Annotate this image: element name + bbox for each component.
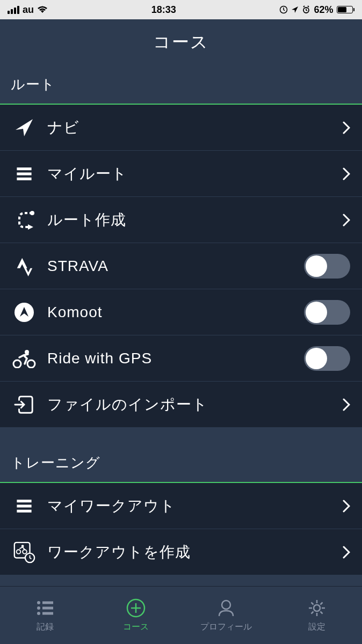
chevron-right-icon	[343, 121, 350, 134]
tab-label: 記録	[37, 621, 54, 633]
page-header: コース	[0, 19, 362, 65]
battery-icon	[337, 6, 355, 13]
navigation-icon	[12, 115, 37, 140]
list-icon	[12, 494, 37, 518]
svg-point-15	[23, 550, 27, 554]
row-label: Komoot	[47, 304, 304, 321]
svg-point-7	[13, 360, 21, 368]
svg-rect-10	[17, 500, 31, 502]
status-bar: au 18:33 62%	[0, 0, 362, 19]
record-icon	[35, 598, 55, 618]
row-label: ワークアウトを作成	[47, 542, 343, 562]
svg-rect-19	[42, 602, 53, 604]
row-label: マイルート	[47, 164, 343, 184]
row-myroute[interactable]: マイルート	[0, 151, 362, 197]
svg-point-20	[37, 606, 40, 610]
svg-point-26	[314, 605, 320, 611]
row-label: STRAVA	[47, 258, 304, 275]
alarm-icon	[302, 5, 310, 14]
wifi-icon	[37, 6, 48, 13]
tab-settings[interactable]: 設定	[272, 587, 363, 644]
status-time: 18:33	[151, 4, 176, 16]
gear-icon	[307, 598, 327, 618]
carrier-label: au	[23, 4, 34, 16]
status-left: au	[8, 4, 48, 16]
workout-create-icon	[12, 540, 37, 565]
tab-course[interactable]: コース	[91, 587, 182, 644]
svg-rect-23	[42, 612, 53, 615]
strava-icon	[12, 254, 37, 279]
komoot-toggle[interactable]	[304, 300, 350, 325]
tab-label: コース	[123, 621, 149, 633]
row-label: マイワークアウト	[47, 496, 343, 516]
svg-rect-21	[42, 607, 53, 610]
route-create-icon	[12, 208, 37, 232]
section-gap	[0, 575, 362, 586]
tab-profile[interactable]: プロフィール	[181, 587, 272, 644]
svg-rect-11	[17, 504, 31, 507]
row-route-create[interactable]: ルート作成	[0, 197, 362, 243]
row-file-import[interactable]: ファイルのインポート	[0, 382, 362, 428]
row-komoot[interactable]: Komoot	[0, 289, 362, 335]
section-header-route: ルート	[0, 65, 362, 105]
battery-percent: 62%	[314, 4, 333, 16]
row-label: ナビ	[47, 118, 343, 138]
svg-point-22	[37, 612, 40, 615]
svg-rect-12	[17, 509, 31, 512]
svg-point-14	[17, 550, 21, 554]
svg-point-8	[27, 360, 35, 368]
svg-rect-2	[17, 167, 31, 170]
row-ridewithgps[interactable]: Ride with GPS	[0, 335, 362, 382]
row-label: ファイルのインポート	[47, 394, 343, 415]
signal-icon	[8, 6, 19, 14]
row-label: ルート作成	[47, 210, 343, 230]
svg-rect-4	[17, 177, 31, 180]
add-icon	[126, 598, 146, 618]
ridewithgps-toggle[interactable]	[304, 346, 350, 371]
row-strava[interactable]: STRAVA	[0, 243, 362, 289]
chevron-right-icon	[343, 500, 350, 513]
strava-toggle[interactable]	[304, 254, 350, 279]
location-icon	[291, 6, 299, 13]
row-myworkout[interactable]: マイワークアウト	[0, 483, 362, 529]
rotation-lock-icon	[279, 5, 288, 14]
section-gap	[0, 428, 362, 444]
komoot-icon	[12, 300, 37, 325]
chevron-right-icon	[343, 398, 350, 411]
status-right: 62%	[279, 4, 354, 16]
row-workout-create[interactable]: ワークアウトを作成	[0, 529, 362, 575]
content-scroll[interactable]: ルート ナビ マイルート ルート作成 STRAVA Komoot	[0, 65, 362, 586]
page-title: コース	[153, 31, 209, 54]
list-icon	[12, 162, 37, 186]
profile-icon	[216, 598, 236, 618]
chevron-right-icon	[343, 214, 350, 226]
tab-record[interactable]: 記録	[0, 587, 91, 644]
row-label: Ride with GPS	[47, 350, 304, 367]
row-navi[interactable]: ナビ	[0, 105, 362, 151]
svg-point-18	[37, 601, 40, 604]
cyclist-icon	[12, 346, 37, 371]
svg-rect-3	[17, 172, 31, 175]
chevron-right-icon	[343, 546, 350, 559]
file-import-icon	[12, 392, 37, 417]
chevron-right-icon	[343, 167, 350, 180]
svg-point-25	[222, 601, 230, 609]
tab-bar: 記録 コース プロフィール 設定	[0, 586, 362, 644]
tab-label: 設定	[308, 621, 325, 633]
tab-label: プロフィール	[200, 621, 252, 633]
section-header-training: トレーニング	[0, 444, 362, 483]
